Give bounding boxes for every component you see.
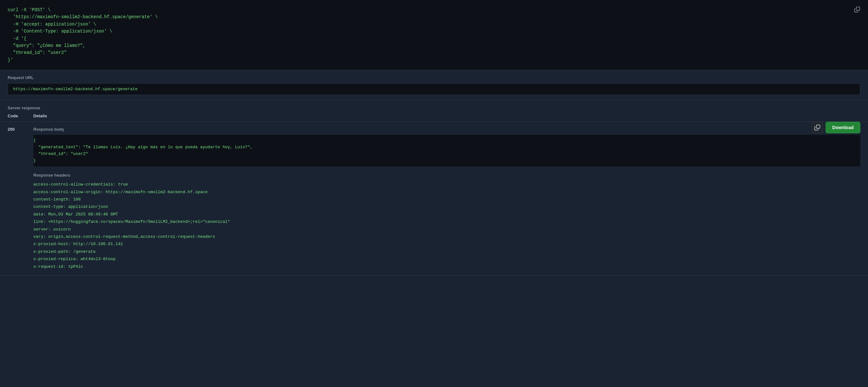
response-headers-code: access-control-allow-credentials: true a…: [33, 181, 861, 270]
copy-response-button[interactable]: [811, 122, 823, 133]
page-container: curl -X 'POST' \ 'https://maximofn-smoll…: [0, 0, 868, 276]
copy-curl-button[interactable]: [853, 5, 862, 14]
col-code-header: Code: [0, 110, 26, 122]
copy-response-icon: [814, 125, 820, 130]
response-actions: Download: [811, 122, 860, 133]
request-url-value: https://maximofn-smollm2-backend.hf.spac…: [8, 83, 860, 95]
curl-block: curl -X 'POST' \ 'https://maximofn-smoll…: [0, 0, 868, 70]
response-body-code: { "generated_text": "Te llamas Luis. ¿Ha…: [33, 135, 861, 166]
server-response-section: Server response Code Details 200 Respons…: [0, 100, 868, 276]
status-code: 200: [0, 122, 26, 276]
col-details-header: Details: [26, 110, 868, 122]
response-headers-label: Response headers: [33, 173, 861, 178]
request-url-section: Request URL https://maximofn-smollm2-bac…: [0, 70, 868, 100]
server-response-label: Server response: [0, 100, 868, 110]
download-label: Download: [832, 125, 854, 130]
response-body-label: Response body: [33, 127, 861, 132]
copy-icon: [854, 7, 860, 12]
download-button[interactable]: Download: [826, 122, 860, 133]
details-cell: Response body { "generated_text": "Te ll…: [26, 122, 868, 276]
curl-code: curl -X 'POST' \ 'https://maximofn-smoll…: [8, 6, 860, 64]
request-url-label: Request URL: [8, 75, 860, 80]
table-row: 200 Response body { "generated_text": "T…: [0, 122, 868, 276]
response-table: Code Details 200 Response body { "genera…: [0, 110, 868, 276]
